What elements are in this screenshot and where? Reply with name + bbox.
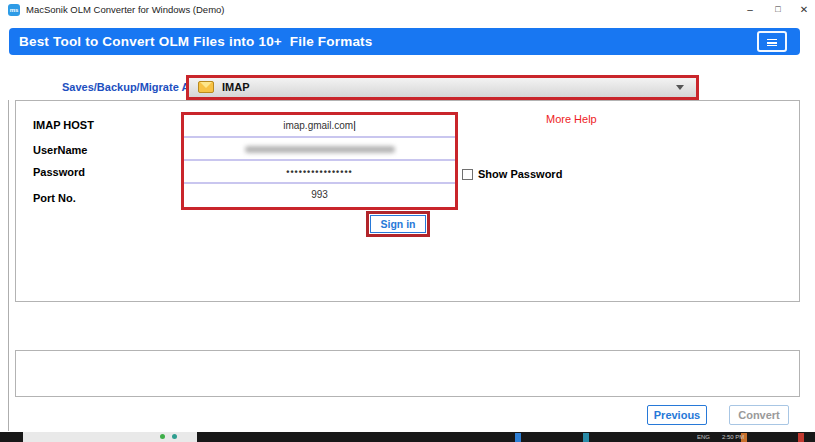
window-title: MacSonik OLM Converter for Windows (Demo…	[26, 4, 225, 15]
banner-title: Best Tool to Convert OLM Files into 10+ …	[19, 34, 373, 49]
username-label: UserName	[33, 144, 87, 156]
hamburger-menu-button[interactable]	[757, 31, 787, 52]
windows-taskbar[interactable]: ENG 2:50 PM	[0, 432, 815, 442]
more-help-link[interactable]: More Help	[546, 113, 597, 125]
port-label: Port No.	[33, 192, 76, 204]
taskbar-teal-icon	[172, 434, 177, 439]
taskbar-app-icon	[515, 433, 521, 442]
previous-button[interactable]: Previous	[647, 405, 707, 425]
app-window: ms MacSonik OLM Converter for Windows (D…	[0, 0, 815, 442]
port-value: 993	[311, 189, 328, 200]
title-bar: ms MacSonik OLM Converter for Windows (D…	[0, 0, 815, 20]
show-password-label: Show Password	[478, 168, 562, 180]
window-edge-line	[8, 100, 9, 431]
imap-host-input[interactable]: imap.gmail.com|	[184, 115, 455, 138]
maximize-button[interactable]: □	[767, 0, 789, 19]
sign-in-highlight: Sign in	[366, 211, 430, 237]
convert-button[interactable]: Convert	[729, 405, 789, 425]
text-cursor: |	[353, 120, 356, 131]
show-password-checkbox[interactable]	[462, 169, 473, 180]
imap-host-value: imap.gmail.com	[283, 120, 353, 131]
sign-in-button[interactable]: Sign in	[370, 215, 426, 233]
hamburger-icon	[767, 39, 777, 46]
close-button[interactable]: ✕	[793, 0, 815, 19]
taskbar-window-segment	[23, 432, 197, 442]
username-input[interactable]	[184, 138, 455, 161]
password-label: Password	[33, 166, 85, 178]
taskbar-language: ENG	[697, 432, 710, 442]
header-banner: Best Tool to Convert OLM Files into 10+ …	[9, 28, 800, 55]
migrate-as-label: Saves/Backup/Migrate As :	[62, 81, 202, 93]
dropdown-selected-value: IMAP	[222, 81, 250, 93]
taskbar-app-icon	[798, 433, 804, 442]
taskbar-clock: 2:50 PM	[722, 432, 744, 442]
taskbar-app-icon	[583, 433, 589, 442]
minimize-button[interactable]: –	[739, 0, 761, 19]
app-logo-icon: ms	[8, 4, 20, 16]
chevron-down-icon	[676, 85, 684, 90]
credentials-form-highlight: imap.gmail.com| •••••••••••••••• 993	[181, 112, 458, 210]
password-value: ••••••••••••••••	[286, 167, 352, 177]
port-input[interactable]: 993	[184, 184, 455, 207]
envelope-icon	[198, 81, 214, 93]
taskbar-green-icon	[160, 434, 165, 439]
blurred-username-value	[245, 146, 395, 153]
status-panel	[15, 350, 800, 397]
password-input[interactable]: ••••••••••••••••	[184, 161, 455, 184]
migrate-as-dropdown[interactable]: IMAP	[186, 75, 699, 100]
imap-host-label: IMAP HOST	[33, 119, 94, 131]
